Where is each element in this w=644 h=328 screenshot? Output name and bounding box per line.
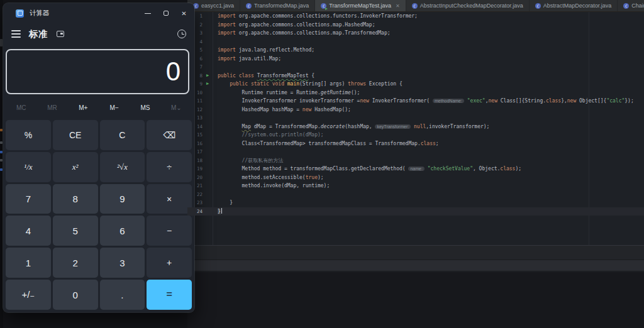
tab-label: TransformedMap.java xyxy=(254,3,309,9)
tab-AbstractInputCheckedMapDecorator.java[interactable]: CAbstractInputCheckedMapDecorator.java xyxy=(406,0,530,11)
key-8[interactable]: 8 xyxy=(53,184,98,214)
key-.[interactable]: . xyxy=(100,280,145,310)
gutter-space xyxy=(203,148,213,156)
key-1[interactable]: 1 xyxy=(6,248,51,278)
tab-easycc1.java[interactable]: Ceasycc1.java xyxy=(187,0,240,11)
code-segment: HashedMap(); xyxy=(311,107,351,112)
code-line-5[interactable]: 5import java.lang.reflect.Method; xyxy=(187,46,644,55)
memory-button-MS[interactable]: MS xyxy=(130,97,160,119)
code-segment: import xyxy=(218,30,236,36)
key-CE[interactable]: CE xyxy=(53,120,98,150)
key-0[interactable]: 0 xyxy=(53,280,98,310)
memory-button-MR[interactable]: MR xyxy=(36,97,67,119)
code-line-12[interactable]: 12 HashedMap hashMap = new HashedMap(); xyxy=(187,106,644,114)
code-segment: InvokerTransformer invokerTransformer = xyxy=(218,98,360,104)
code-line-19[interactable]: 19 Method method = transformedMapClass.g… xyxy=(187,165,644,173)
code-line-15[interactable]: 15 //system.out.println(dMap); xyxy=(187,131,644,139)
tool-stripe-icon xyxy=(0,151,3,153)
java-class-icon: C xyxy=(321,3,326,9)
tab-TransformeMapTest.java[interactable]: CTransformeMapTest.java✕ xyxy=(315,0,406,11)
key-−[interactable]: − xyxy=(147,216,192,246)
code-line-23[interactable]: 23 } xyxy=(187,199,644,207)
code-line-24[interactable]: 24} xyxy=(187,207,644,216)
code-segment: class xyxy=(546,98,561,104)
code-line-20[interactable]: 20 method.setAccessible(true); xyxy=(187,173,644,182)
code-line-13[interactable]: 13 xyxy=(187,114,644,123)
key-2[interactable]: 2 xyxy=(53,248,98,278)
code-line-22[interactable]: 22 xyxy=(187,190,644,199)
code-text: InvokerTransformer invokerTransformer =n… xyxy=(213,97,634,106)
code-line-16[interactable]: 16 Class<TransformedMap> transformedMapC… xyxy=(187,139,644,148)
key-÷[interactable]: ÷ xyxy=(147,152,192,182)
gutter-space xyxy=(203,89,213,97)
code-line-2[interactable]: 2import org.apache.commons.collections.m… xyxy=(187,21,644,30)
tab-close-icon[interactable]: ✕ xyxy=(396,3,400,9)
code-line-17[interactable]: 17 xyxy=(187,148,644,156)
history-icon[interactable] xyxy=(177,30,186,38)
code-segment: org.apache.commons.collections.map.Trans… xyxy=(236,30,391,36)
code-line-10[interactable]: 10 Runtime runtime = Runtime.getRuntime(… xyxy=(187,89,644,97)
code-segment: InvokerTransformer( xyxy=(369,98,433,104)
key-C[interactable]: C xyxy=(100,120,145,150)
code-line-3[interactable]: 3import org.apache.commons.collections.m… xyxy=(187,29,644,38)
code-segment: main xyxy=(287,81,299,87)
code-text: import org.apache.commons.collections.fu… xyxy=(213,12,418,21)
key-9[interactable]: 9 xyxy=(100,184,145,214)
tab-AbstractMapDecorator.java[interactable]: CAbstractMapDecorator.java xyxy=(530,0,618,11)
code-segment: } xyxy=(218,200,233,205)
code-editor[interactable]: 1import org.apache.commons.collections.f… xyxy=(187,12,644,245)
code-segment: }); xyxy=(625,98,633,104)
java-class-icon: C xyxy=(246,3,252,9)
code-text: Method method = transformedMapClass.getD… xyxy=(213,165,521,173)
gutter-space xyxy=(203,165,213,173)
key-7[interactable]: 7 xyxy=(6,184,51,214)
minimize-button[interactable] xyxy=(138,3,157,23)
memory-row: MCMRM+M−MSM⌄ xyxy=(6,97,192,119)
key-x²[interactable]: x² xyxy=(53,152,98,182)
tab-ChainedTransf[interactable]: CChainedTransf xyxy=(618,0,644,11)
code-line-9[interactable]: 9▶ public static void main(String[] args… xyxy=(187,80,644,89)
code-segment: import xyxy=(218,56,236,62)
key-+/₋[interactable]: +/₋ xyxy=(6,280,51,310)
memory-button-MC[interactable]: MC xyxy=(6,97,36,119)
tool-window-bar[interactable] xyxy=(187,260,644,271)
tab-TransformedMap.java[interactable]: CTransformedMap.java xyxy=(240,0,315,11)
code-segment: ); xyxy=(515,166,521,172)
run-icon[interactable]: ▶ xyxy=(203,80,213,89)
maximize-button[interactable] xyxy=(157,3,175,23)
code-segment: public class xyxy=(218,73,257,79)
memory-button-M−[interactable]: M− xyxy=(99,97,130,119)
code-line-18[interactable]: 18 //获取私有的方法 xyxy=(187,156,644,165)
key-5[interactable]: 5 xyxy=(53,216,98,246)
calculator-titlebar[interactable]: 计算器 ✕ xyxy=(3,3,194,23)
code-line-8[interactable]: 8▶public class TransformeMapTest { xyxy=(187,72,644,80)
code-line-6[interactable]: 6import java.util.Map; xyxy=(187,55,644,63)
code-text: public static void main(String[] args) t… xyxy=(213,80,402,89)
code-line-11[interactable]: 11 InvokerTransformer invokerTransformer… xyxy=(187,97,644,106)
code-segment: new xyxy=(360,98,369,104)
keep-on-top-icon[interactable] xyxy=(57,31,64,37)
tool-stripe-icon xyxy=(0,129,3,131)
key-=[interactable]: = xyxy=(147,280,192,310)
key-%[interactable]: % xyxy=(6,120,51,150)
key-+[interactable]: + xyxy=(147,248,192,278)
hamburger-menu-icon[interactable] xyxy=(11,30,21,38)
gutter-space xyxy=(203,46,213,55)
key-4[interactable]: 4 xyxy=(6,216,51,246)
key-⌫[interactable]: ⌫ xyxy=(147,120,192,150)
code-segment: method.invoke(dMap, runtime); xyxy=(218,183,330,189)
run-icon[interactable]: ▶ xyxy=(203,72,213,80)
code-line-14[interactable]: 14 Map dMap = TransformedMap.decorate(ha… xyxy=(187,123,644,131)
code-segment: //获取私有的方法 xyxy=(218,158,283,163)
code-line-4[interactable]: 4 xyxy=(187,38,644,46)
key-6[interactable]: 6 xyxy=(100,216,145,246)
key-3[interactable]: 3 xyxy=(100,248,145,278)
key-×[interactable]: × xyxy=(147,184,192,214)
key-¹/x[interactable]: ¹/x xyxy=(6,152,51,182)
key-²√x[interactable]: ²√x xyxy=(100,152,145,182)
code-line-7[interactable]: 7 xyxy=(187,63,644,72)
code-line-1[interactable]: 1import org.apache.commons.collections.f… xyxy=(187,12,644,21)
memory-button-M+[interactable]: M+ xyxy=(68,97,99,119)
code-segment: ,invokerTransformer); xyxy=(426,124,489,129)
code-line-21[interactable]: 21 method.invoke(dMap, runtime); xyxy=(187,182,644,190)
